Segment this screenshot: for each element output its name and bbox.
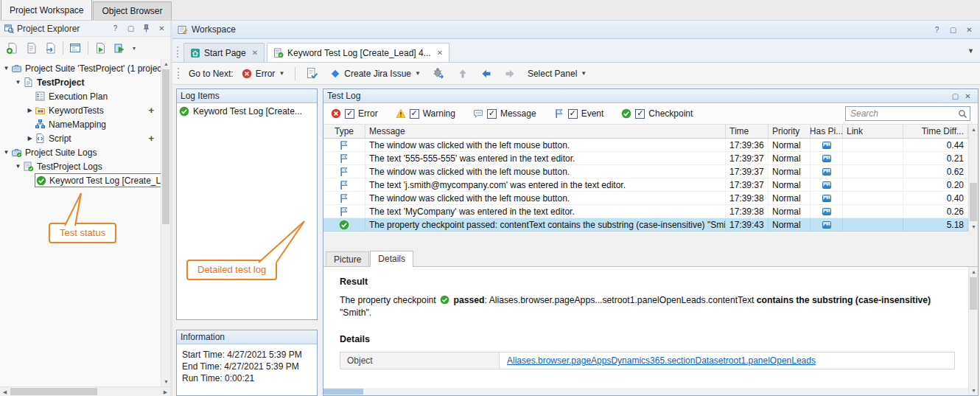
tree-item-keyword-test-log[interactable]: Keyword Test Log [Create_Lead bbox=[0, 173, 161, 187]
expander-icon[interactable]: ▼ bbox=[1, 149, 11, 156]
dropdown-caret-icon[interactable]: ▼ bbox=[581, 70, 587, 77]
filter-error[interactable]: Error bbox=[331, 108, 378, 119]
scroll-up-icon[interactable]: ▲ bbox=[969, 125, 979, 134]
tree-item-execution-plan[interactable]: Execution Plan bbox=[0, 89, 161, 103]
create-jira-issue-button[interactable]: Create Jira Issue ▼ bbox=[326, 66, 424, 81]
add-keyword-test-icon[interactable]: + bbox=[148, 105, 161, 116]
run-test-button[interactable] bbox=[91, 39, 110, 57]
upload-result-button[interactable] bbox=[453, 66, 472, 82]
next-result-button[interactable] bbox=[500, 66, 519, 82]
expander-icon[interactable]: ▶ bbox=[25, 135, 35, 142]
log-row-selected[interactable]: The property checkpoint passed: contentT… bbox=[323, 218, 968, 232]
close-icon[interactable]: ✕ bbox=[963, 24, 976, 35]
scrollbar-thumb[interactable] bbox=[970, 183, 977, 221]
search-box[interactable] bbox=[845, 106, 970, 121]
help-icon[interactable]: ? bbox=[931, 24, 943, 35]
log-row[interactable]: The window was clicked with the left mou… bbox=[323, 192, 968, 205]
log-row[interactable]: The text 'MyCompany' was entered in the … bbox=[323, 205, 968, 218]
object-link[interactable]: Aliases.browser.pageAppsDynamics365.sect… bbox=[507, 355, 816, 366]
tree-item-script[interactable]: ▶ Script + bbox=[0, 131, 161, 145]
filter-checkpoint[interactable]: Checkpoint bbox=[621, 108, 693, 119]
select-panel-button[interactable]: Select Panel ▼ bbox=[524, 66, 590, 81]
warning-checkbox[interactable] bbox=[410, 109, 419, 119]
add-existing-item-button[interactable] bbox=[22, 39, 41, 57]
help-icon[interactable]: ? bbox=[109, 23, 122, 35]
search-input[interactable] bbox=[850, 108, 958, 119]
tree-item-namemapping[interactable]: NameMapping bbox=[0, 117, 161, 131]
tab-object-browser[interactable]: Object Browser bbox=[93, 1, 171, 20]
expander-icon[interactable]: ▼ bbox=[1, 65, 11, 72]
log-row[interactable]: The window was clicked with the left mou… bbox=[323, 139, 968, 152]
selected-tree-item[interactable]: Keyword Test Log [Create_Lead bbox=[35, 173, 161, 187]
vertical-scrollbar[interactable]: ▲ ▼ bbox=[968, 125, 978, 232]
scroll-up-icon[interactable]: ▲ bbox=[969, 267, 979, 277]
log-row[interactable]: The text 'j.smith@mycompany.com' was ent… bbox=[323, 178, 968, 192]
tab-keyword-test-log[interactable]: Keyword Test Log [Create_Lead] 4... ✕ bbox=[267, 43, 449, 62]
filter-event[interactable]: Event bbox=[554, 108, 604, 119]
checkpoint-checkbox[interactable] bbox=[635, 109, 645, 119]
column-has-picture[interactable]: Has Pi... bbox=[811, 125, 843, 138]
tab-start-page[interactable]: Start Page ✕ bbox=[183, 43, 265, 62]
scrollbar-thumb[interactable] bbox=[162, 69, 169, 224]
tab-project-workspace[interactable]: Project Workspace bbox=[1, 0, 92, 20]
filter-warning[interactable]: Warning bbox=[396, 108, 455, 119]
scrollbar-thumb[interactable] bbox=[10, 388, 97, 395]
log-item[interactable]: Keyword Test Log [Create... bbox=[177, 103, 317, 119]
drag-grip[interactable] bbox=[178, 68, 181, 79]
expander-icon[interactable]: ▼ bbox=[13, 163, 23, 170]
scrollbar-thumb[interactable] bbox=[323, 389, 363, 395]
log-row[interactable]: The text '555-555-555' was entered in th… bbox=[323, 152, 968, 165]
scroll-right-icon[interactable]: ▶ bbox=[161, 387, 170, 396]
filter-message[interactable]: Message bbox=[473, 108, 536, 119]
scrollbar-thumb[interactable] bbox=[970, 277, 977, 310]
scroll-left-icon[interactable]: ◀ bbox=[0, 387, 10, 396]
report-bug-button[interactable] bbox=[429, 65, 449, 82]
horizontal-scrollbar[interactable]: ◀ ▶ bbox=[0, 386, 170, 396]
event-checkbox[interactable] bbox=[568, 109, 578, 119]
scroll-down-icon[interactable]: ▼ bbox=[969, 222, 979, 232]
column-link[interactable]: Link bbox=[843, 125, 903, 138]
tab-list-dropdown-icon[interactable]: ▼ bbox=[967, 47, 974, 55]
vertical-scrollbar[interactable]: ▲ ▼ bbox=[968, 267, 978, 395]
dropdown-caret-icon[interactable]: ▼ bbox=[415, 70, 421, 77]
error-checkbox[interactable] bbox=[345, 109, 354, 119]
column-time[interactable]: Time bbox=[726, 125, 769, 138]
vertical-scrollbar[interactable]: ▲ ▼ bbox=[161, 59, 170, 386]
object-view-button[interactable] bbox=[66, 39, 85, 57]
column-priority[interactable]: Priority bbox=[769, 125, 811, 138]
previous-result-button[interactable] bbox=[477, 66, 496, 82]
column-message[interactable]: Message bbox=[365, 125, 726, 138]
drag-grip[interactable] bbox=[177, 46, 180, 58]
scroll-down-icon[interactable]: ▼ bbox=[161, 377, 171, 386]
expander-icon[interactable]: ▶ bbox=[25, 107, 35, 114]
close-tab-icon[interactable]: ✕ bbox=[252, 49, 258, 57]
toolbar-dropdown-icon[interactable]: ▾ bbox=[130, 45, 139, 52]
pin-icon[interactable] bbox=[140, 23, 153, 35]
tree-item-project-suite[interactable]: ▼ Project Suite 'TestProject' (1 project… bbox=[0, 61, 161, 75]
tree-item-keywordtests[interactable]: ▶ KeywordTests + bbox=[0, 103, 161, 117]
horizontal-scrollbar[interactable] bbox=[323, 388, 968, 395]
expander-icon[interactable]: ▼ bbox=[13, 79, 23, 86]
tab-picture[interactable]: Picture bbox=[326, 251, 369, 266]
new-item-button[interactable] bbox=[3, 39, 21, 57]
log-row[interactable]: The window was clicked with the left mou… bbox=[323, 165, 968, 178]
go-to-next-error-button[interactable]: Error ▼ bbox=[238, 66, 289, 81]
tree-item-testproject[interactable]: ▼ TestProject bbox=[0, 75, 161, 89]
tree-item-testproject-logs[interactable]: ▼ TestProject Logs bbox=[0, 159, 161, 173]
maximize-icon[interactable]: ▢ bbox=[949, 90, 962, 102]
scroll-down-icon[interactable]: ▼ bbox=[969, 386, 979, 395]
close-icon[interactable]: ✕ bbox=[155, 23, 168, 35]
export-item-button[interactable] bbox=[41, 39, 60, 57]
tree-item-project-suite-logs[interactable]: ▼ Project Suite Logs bbox=[0, 145, 161, 159]
maximize-icon[interactable]: ▢ bbox=[947, 24, 959, 35]
dropdown-caret-icon[interactable]: ▼ bbox=[279, 70, 284, 77]
column-time-diff[interactable]: Time Diff... bbox=[903, 125, 968, 138]
message-checkbox[interactable] bbox=[487, 109, 497, 119]
validate-log-button[interactable] bbox=[302, 65, 322, 82]
maximize-icon[interactable]: ▢ bbox=[125, 23, 137, 35]
run-project-button[interactable] bbox=[111, 39, 129, 57]
tab-details[interactable]: Details bbox=[370, 251, 413, 266]
add-script-icon[interactable]: + bbox=[148, 133, 161, 144]
close-icon[interactable]: ✕ bbox=[962, 90, 974, 102]
column-type[interactable]: Type bbox=[323, 125, 365, 138]
